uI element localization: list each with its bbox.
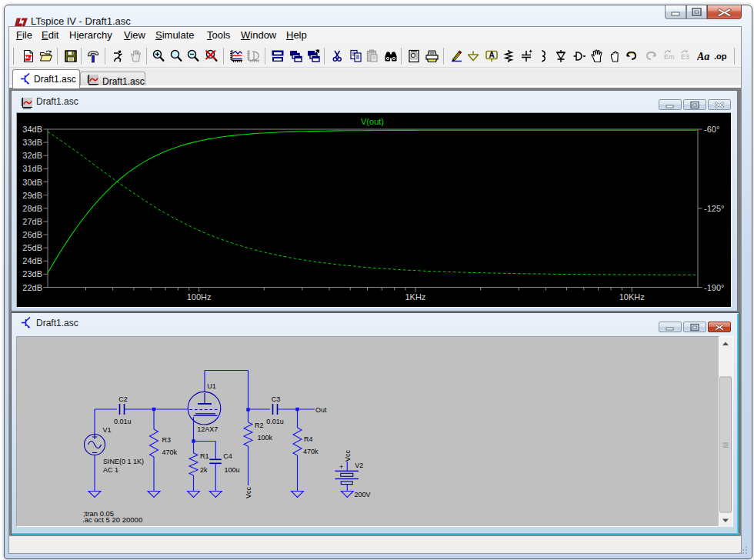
svg-text:Vcc: Vcc: [344, 449, 352, 462]
svg-text:33dB: 33dB: [22, 138, 42, 147]
svg-text:C3: C3: [272, 395, 281, 403]
svg-text:-190°: -190°: [704, 283, 724, 292]
svg-text:0.01u: 0.01u: [266, 418, 284, 425]
svg-text:28dB: 28dB: [22, 204, 42, 213]
svg-text:R3: R3: [162, 436, 172, 444]
svg-text:470k: 470k: [303, 448, 319, 455]
svg-text:25dB: 25dB: [22, 243, 42, 252]
svg-text:.op: .op: [714, 52, 727, 61]
svg-text:A: A: [489, 51, 494, 59]
svg-text:.ac oct 5 20 20000: .ac oct 5 20 20000: [82, 515, 142, 524]
svg-text:2k: 2k: [200, 466, 208, 474]
svg-text:24dB: 24dB: [22, 256, 42, 265]
svg-text:+: +: [339, 463, 343, 471]
svg-text:100u: 100u: [225, 466, 240, 474]
svg-text:C2: C2: [118, 395, 128, 403]
svg-text:-60°: -60°: [704, 125, 719, 134]
svg-text:Aa: Aa: [697, 51, 709, 62]
svg-text:V(out): V(out): [361, 117, 384, 126]
svg-text:26dB: 26dB: [22, 230, 42, 239]
svg-text:100Hz: 100Hz: [187, 292, 212, 302]
svg-text:23dB: 23dB: [22, 269, 42, 278]
svg-text:470k: 470k: [162, 448, 178, 456]
svg-text:V2: V2: [355, 462, 363, 469]
svg-text:-125°: -125°: [704, 204, 724, 213]
svg-text:12AX7: 12AX7: [197, 425, 218, 433]
svg-text:29dB: 29dB: [22, 191, 42, 200]
svg-text:200V: 200V: [355, 491, 371, 498]
svg-text:3: 3: [686, 53, 689, 61]
svg-text:SINE(0 1 1K): SINE(0 1 1K): [103, 458, 144, 465]
svg-text:22dB: 22dB: [22, 283, 42, 292]
svg-text:V1: V1: [103, 426, 112, 434]
svg-text:1KHz: 1KHz: [405, 292, 425, 302]
svg-text:27dB: 27dB: [22, 217, 42, 226]
svg-text:31dB: 31dB: [22, 164, 42, 173]
svg-text:Out: Out: [315, 406, 327, 414]
svg-text:0.01u: 0.01u: [114, 418, 132, 425]
svg-text:34dB: 34dB: [22, 125, 42, 134]
svg-text:m: m: [669, 53, 675, 61]
svg-text:30dB: 30dB: [22, 178, 42, 187]
svg-text:Vcc: Vcc: [245, 486, 252, 498]
svg-text:AC 1: AC 1: [103, 466, 118, 474]
svg-text:32dB: 32dB: [22, 151, 42, 160]
svg-text:100k: 100k: [258, 434, 273, 442]
svg-text:R4: R4: [304, 435, 313, 443]
svg-text:R1: R1: [200, 452, 209, 460]
svg-text:C4: C4: [223, 452, 232, 460]
svg-text:U1: U1: [207, 382, 216, 390]
svg-text:R2: R2: [255, 422, 264, 429]
svg-text:10KHz: 10KHz: [619, 292, 645, 302]
